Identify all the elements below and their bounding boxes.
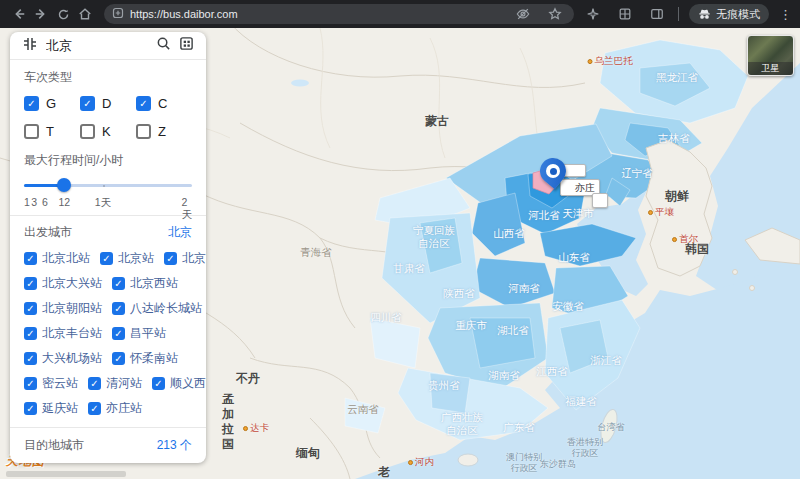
station-row: 北京大兴站北京西站 <box>24 275 192 292</box>
station-row: 北京北站北京站北京南站 <box>24 250 192 267</box>
train-type-C[interactable]: C <box>136 96 192 111</box>
station-北京南站-label: 北京南站 <box>182 250 206 267</box>
station-延庆站[interactable]: 延庆站 <box>24 400 78 417</box>
slider-tick-label: 1天 <box>95 196 111 210</box>
destination-count: 213 个 <box>157 437 192 454</box>
train-type-Z[interactable]: Z <box>136 124 192 139</box>
divider <box>10 59 206 60</box>
station-list: 北京北站北京站北京南站北京大兴站北京西站北京朝阳站八达岭长城站北京丰台站昌平站大… <box>24 250 192 417</box>
station-row: 大兴机场站怀柔南站 <box>24 350 192 367</box>
station-亦庄站[interactable]: 亦庄站 <box>88 400 142 417</box>
incognito-label: 无痕模式 <box>716 7 760 22</box>
slider-tick-label: 3 <box>31 196 37 208</box>
search-icon[interactable] <box>156 36 171 55</box>
checkbox-icon <box>136 124 151 139</box>
station-昌平站-label: 昌平站 <box>130 325 166 342</box>
city-search-input[interactable] <box>46 38 148 53</box>
train-type-K[interactable]: K <box>80 124 136 139</box>
toolbar-divider <box>678 7 679 21</box>
slider-handle[interactable] <box>57 178 71 192</box>
train-type-grid: GDCTKZ <box>24 96 192 139</box>
station-北京丰台站[interactable]: 北京丰台站 <box>24 325 102 342</box>
checkbox-icon <box>88 402 101 415</box>
checkbox-icon <box>112 327 125 340</box>
station-row: 北京朝阳站八达岭长城站 <box>24 300 192 317</box>
station-北京站[interactable]: 北京站 <box>100 250 154 267</box>
slider-tick-label: 2天 <box>182 196 193 222</box>
departure-heading: 出发城市 <box>24 224 72 241</box>
checkbox-icon <box>164 252 177 265</box>
checkbox-icon <box>24 96 39 111</box>
incognito-badge: 无痕模式 <box>689 4 769 24</box>
grid-icon[interactable] <box>179 36 194 55</box>
menu-dots-icon[interactable]: ⋮ <box>779 8 792 21</box>
reload-icon[interactable] <box>52 3 74 25</box>
satellite-layer-toggle[interactable]: 卫星 <box>747 35 794 76</box>
checkbox-icon <box>24 377 37 390</box>
station-北京朝阳站-label: 北京朝阳站 <box>42 300 102 317</box>
train-type-heading: 车次类型 <box>24 69 192 86</box>
train-type-T-label: T <box>46 124 54 139</box>
slider-tick-label: 12 <box>58 196 70 208</box>
bookmark-star-icon[interactable] <box>544 3 566 25</box>
station-row: 延庆站亦庄站 <box>24 400 192 417</box>
visibility-off-icon[interactable] <box>512 3 534 25</box>
checkbox-icon <box>24 352 37 365</box>
app-logo-icon <box>22 36 38 56</box>
home-icon[interactable] <box>74 3 96 25</box>
station-顺义西站[interactable]: 顺义西站 <box>152 375 206 392</box>
checkbox-icon <box>136 96 151 111</box>
station-清河站[interactable]: 清河站 <box>88 375 142 392</box>
station-北京站-label: 北京站 <box>118 250 154 267</box>
station-亦庄站-label: 亦庄站 <box>106 400 142 417</box>
slider-tick-label: 1 <box>24 196 30 208</box>
train-type-D[interactable]: D <box>80 96 136 111</box>
checkbox-icon <box>112 302 125 315</box>
station-北京西站[interactable]: 北京西站 <box>112 275 178 292</box>
train-type-Z-label: Z <box>158 124 166 139</box>
station-怀柔南站[interactable]: 怀柔南站 <box>112 350 178 367</box>
station-北京北站[interactable]: 北京北站 <box>24 250 90 267</box>
station-密云站-label: 密云站 <box>42 375 78 392</box>
site-info-icon[interactable] <box>112 5 124 23</box>
divider <box>10 215 206 216</box>
station-row: 密云站清河站顺义西站 <box>24 375 192 392</box>
back-icon[interactable] <box>8 3 30 25</box>
station-八达岭长城站[interactable]: 八达岭长城站 <box>112 300 202 317</box>
browser-toolbar: https://bus.daibor.com 无痕模式 ⋮ <box>0 0 800 28</box>
side-panel-icon[interactable] <box>646 3 668 25</box>
divider <box>10 427 206 428</box>
station-tag[interactable] <box>592 193 608 208</box>
checkbox-icon <box>152 377 165 390</box>
max-time-slider[interactable] <box>24 178 192 192</box>
slider-tick-label: 6 <box>42 196 48 208</box>
checkbox-icon <box>24 327 37 340</box>
station-密云站[interactable]: 密云站 <box>24 375 78 392</box>
forward-icon[interactable] <box>30 3 52 25</box>
extension-icon[interactable] <box>582 3 604 25</box>
max-time-heading: 最大行程时间/小时 <box>24 152 192 169</box>
apps-grid-icon[interactable] <box>614 3 636 25</box>
station-大兴机场站[interactable]: 大兴机场站 <box>24 350 102 367</box>
incognito-icon <box>698 8 711 21</box>
station-怀柔南站-label: 怀柔南站 <box>130 350 178 367</box>
train-type-D-label: D <box>102 96 111 111</box>
departure-city-link[interactable]: 北京 <box>168 224 192 241</box>
train-type-T[interactable]: T <box>24 124 80 139</box>
destination-heading: 目的地城市 <box>24 437 84 454</box>
panel-header <box>10 32 206 59</box>
train-type-C-label: C <box>158 96 167 111</box>
slider-tick-labels: 136121天2天 <box>24 196 192 209</box>
address-bar[interactable]: https://bus.daibor.com <box>104 4 574 24</box>
attribution-fine-print <box>6 471 126 477</box>
train-type-K-label: K <box>102 124 111 139</box>
station-北京朝阳站[interactable]: 北京朝阳站 <box>24 300 102 317</box>
checkbox-icon <box>80 96 95 111</box>
train-type-G[interactable]: G <box>24 96 80 111</box>
station-昌平站[interactable]: 昌平站 <box>112 325 166 342</box>
slider-tick-dot <box>103 185 105 187</box>
url-text: https://bus.daibor.com <box>130 8 512 20</box>
station-北京大兴站[interactable]: 北京大兴站 <box>24 275 102 292</box>
station-北京南站[interactable]: 北京南站 <box>164 250 206 267</box>
station-北京丰台站-label: 北京丰台站 <box>42 325 102 342</box>
